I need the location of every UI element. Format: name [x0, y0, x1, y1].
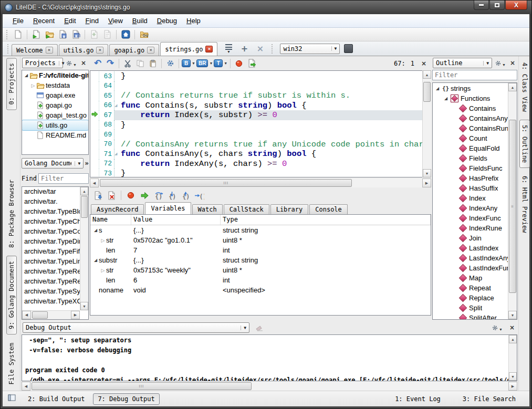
toggle-panels-icon[interactable]	[8, 394, 16, 403]
outline-item[interactable]: IndexAny	[433, 203, 508, 213]
scroll-left-icon[interactable]: ◀	[22, 311, 31, 319]
code-line[interactable]: 63}	[90, 71, 431, 81]
outline-combo[interactable]: Outline▼	[433, 58, 492, 68]
expander-icon[interactable]: ◢	[92, 258, 99, 263]
scroll-down-icon[interactable]: ▼	[80, 302, 88, 310]
debug-output-vscrollbar[interactable]: ▲ ▼	[508, 335, 517, 381]
list-item[interactable]: archive/tar.TypeFifo	[22, 247, 80, 257]
outline-item[interactable]: SplitAfter	[433, 313, 508, 319]
outline-item[interactable]: EqualFold	[433, 143, 508, 153]
close-tab-icon[interactable]: ×	[46, 47, 53, 54]
close-tab-icon[interactable]: ×	[205, 46, 213, 53]
outline-item[interactable]: LastIndexAny	[433, 253, 508, 263]
expander-icon[interactable]: ▷	[100, 268, 106, 273]
build-run-button[interactable]: BR▼	[196, 59, 213, 67]
dock-tab-9-golang-document[interactable]: 9: Golang Document	[6, 256, 17, 334]
menu-find[interactable]: Find	[81, 15, 103, 26]
godoc-combo[interactable]: Golang Document▼	[22, 158, 84, 169]
outline-item[interactable]: Split	[433, 303, 508, 313]
outline-filter-input[interactable]	[432, 70, 517, 80]
godoc-filter-input[interactable]	[38, 173, 89, 184]
table-row[interactable]: ◢substr{...}struct string	[90, 255, 431, 265]
go-env-icon[interactable]: Go	[138, 29, 150, 40]
list-item[interactable]: archive/tar.TypeReg	[22, 267, 80, 277]
outline-vscrollbar[interactable]: ▲ ≡ ▼	[508, 83, 517, 319]
list-item[interactable]: archive/tar.TypeBlock	[22, 207, 80, 217]
expander-icon[interactable]: ▷	[30, 83, 36, 88]
code-line[interactable]: 66◢func Contains(s, substr string) bool …	[90, 101, 431, 111]
outline-item[interactable]: Join	[433, 233, 508, 243]
list-item[interactable]: archive/tar.TypeDir	[22, 237, 80, 247]
menu-view[interactable]: View	[103, 15, 128, 26]
menu-edit[interactable]: Edit	[59, 15, 80, 26]
scroll-down-icon[interactable]: ▼	[423, 169, 431, 177]
code-line[interactable]: 69	[90, 130, 431, 140]
status-3-file-search[interactable]: 3: File Search	[458, 394, 520, 404]
breakpoint-icon[interactable]	[233, 58, 245, 69]
debug-tab-watch[interactable]: Watch	[192, 204, 223, 214]
debug-tab-callstack[interactable]: CallStack	[224, 204, 269, 214]
copy-icon[interactable]	[134, 58, 146, 69]
debug-tab-library[interactable]: Library	[270, 204, 309, 214]
status-7-debug-output[interactable]: 7: Debug Output	[93, 393, 159, 405]
projects-combo[interactable]: Projects▼	[22, 58, 63, 68]
dock-tab-4-class-view[interactable]: 4: Class View	[520, 58, 529, 117]
step-into-icon[interactable]: {)	[166, 190, 178, 201]
panel-close-icon[interactable]: ×	[508, 324, 516, 331]
dock-tab-0-projects[interactable]: 0: Projects	[6, 58, 17, 110]
outline-item[interactable]: Fields	[433, 153, 508, 163]
godoc-hscrollbar[interactable]: ◀ ▶	[22, 310, 80, 319]
close-editor-icon[interactable]: ×	[254, 43, 266, 55]
step-out-icon[interactable]: {)	[180, 190, 191, 201]
outline-item[interactable]: ◢Functions	[433, 93, 508, 103]
debug-output-hscrollbar[interactable]: ◀ III ▶	[22, 382, 517, 391]
tab-utils-go[interactable]: utils.go×	[59, 44, 109, 56]
outline-item[interactable]: LastIndex	[433, 243, 508, 253]
start-debug-icon[interactable]	[92, 190, 103, 201]
menu-file[interactable]: File	[8, 15, 28, 26]
tree-item[interactable]: utils.go	[22, 120, 88, 130]
list-item[interactable]: archive/tar.	[22, 197, 80, 207]
run-to-line-icon[interactable]: ()	[193, 190, 205, 201]
dock-tab-6-html-preview[interactable]: 6: Html Preview	[520, 171, 529, 237]
tabbar-drag-handle[interactable]	[7, 44, 10, 54]
outline-item[interactable]: Map	[433, 273, 508, 283]
continue-icon[interactable]	[139, 190, 150, 201]
scroll-down-icon[interactable]: ▼	[509, 372, 517, 381]
editor-close-icon[interactable]: ×	[420, 60, 428, 67]
debug-output-text[interactable]: -sep=", ": setup separators -v=false: ve…	[22, 334, 517, 381]
list-item[interactable]: archive/tar.TypeRegA	[22, 277, 80, 287]
column-header-type[interactable]: Type	[221, 215, 431, 225]
code-line[interactable]: 67 return Index(s, substr) >= 0	[90, 110, 431, 120]
outline-item[interactable]: IndexRune	[433, 223, 508, 233]
outline-item[interactable]: Repeat	[433, 283, 508, 293]
expander-icon[interactable]: ▷	[100, 238, 106, 243]
scroll-right-icon[interactable]: ▶	[422, 179, 431, 187]
dock-tab-5-outline[interactable]: 5: Outline	[519, 120, 530, 168]
open-file-icon[interactable]	[30, 29, 42, 40]
table-row[interactable]: ◢s{...}struct string	[90, 225, 431, 235]
add-file-icon[interactable]	[88, 29, 100, 40]
code-line[interactable]: 73}	[90, 169, 431, 177]
list-item[interactable]: archive/tar.TypeXGlobalHeader	[22, 297, 80, 307]
scroll-up-icon[interactable]: ▲	[508, 83, 517, 91]
target-drag-handle[interactable]	[272, 44, 274, 54]
scroll-up-icon[interactable]: ▲	[509, 335, 517, 343]
table-row[interactable]: len7int	[90, 245, 431, 255]
scroll-up-icon[interactable]: ▲	[423, 70, 431, 79]
save-file-icon[interactable]	[57, 29, 68, 40]
godoc-vscrollbar[interactable]: ▲ ▼	[80, 187, 88, 310]
outline-item[interactable]: Replace	[433, 293, 508, 303]
test-button[interactable]: T▼	[214, 59, 227, 67]
code-editor[interactable]: 63}6465// Contains returns true if subst…	[90, 70, 431, 177]
status-1-event-log[interactable]: 1: Event Log	[391, 394, 445, 404]
scrollbar-thumb[interactable]	[32, 311, 48, 319]
paste-icon[interactable]	[147, 58, 159, 69]
list-item[interactable]: archive/tar.TypeCont	[22, 227, 80, 237]
panel-menu-gear-icon[interactable]: ▼	[494, 59, 507, 68]
open-folder-icon[interactable]	[44, 29, 55, 40]
panel-menu-gear-icon[interactable]: ▼	[65, 59, 78, 68]
debug-tab-console[interactable]: Console	[309, 204, 348, 214]
panel-close-icon[interactable]: ×	[79, 59, 88, 67]
scroll-left-icon[interactable]: ◀	[90, 179, 99, 187]
